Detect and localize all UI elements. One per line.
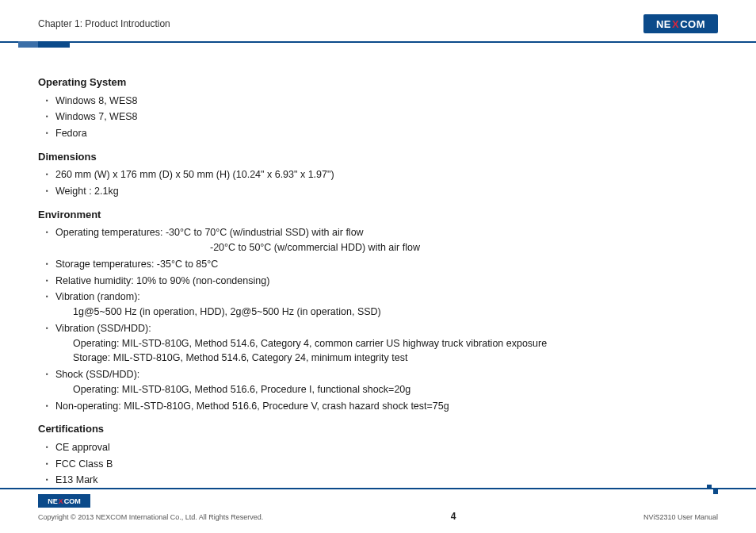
list-os: Windows 8, WES8 Windows 7, WES8 Fedora [38, 94, 718, 141]
list-item: Shock (SSD/HDD): Operating: MIL-STD-810G… [38, 367, 718, 397]
list-item: CE approval [38, 440, 718, 455]
logo-part1: NE [656, 18, 671, 30]
logo-part2: COM [680, 18, 705, 30]
heading-os: Operating System [38, 75, 718, 90]
footer-row: Copyright © 2013 NEXCOM International Co… [38, 511, 718, 522]
text: Vibration (SSD/HDD): [55, 323, 151, 334]
text: Vibration (random): [55, 291, 140, 302]
logo-part1: NE [48, 497, 58, 505]
content: Operating System Windows 8, WES8 Windows… [0, 43, 756, 502]
list-dimensions: 260 mm (W) x 176 mm (D) x 50 mm (H) (10.… [38, 167, 718, 199]
list-item: Non-operating: MIL-STD-810G, Method 516.… [38, 399, 718, 414]
text: 1g@5~500 Hz (in operation, HDD), 2g@5~50… [55, 305, 718, 320]
list-item: FCC Class B [38, 457, 718, 472]
manual-name: NViS2310 User Manual [643, 513, 718, 521]
text: Operating: MIL-STD-810G, Method 514.6, C… [55, 336, 718, 351]
page-number: 4 [451, 511, 456, 522]
logo: NEXCOM [643, 14, 718, 33]
heading-dimensions: Dimensions [38, 149, 718, 165]
header-accent-bar [38, 41, 70, 48]
list-item: Relative humidity: 10% to 90% (non-conde… [38, 274, 718, 289]
heading-environment: Environment [38, 207, 718, 223]
list-item: Windows 7, WES8 [38, 109, 718, 125]
page-footer: NEXCOM Copyright © 2013 NEXCOM Internati… [0, 488, 756, 533]
list-item: Fedora [38, 126, 718, 141]
list-item: Vibration (random): 1g@5~500 Hz (in oper… [38, 290, 718, 320]
text: Storage: MIL-STD-810G, Method 514.6, Cat… [55, 351, 718, 366]
footer-logo: NEXCOM [38, 494, 90, 508]
copyright-text: Copyright © 2013 NEXCOM International Co… [38, 513, 263, 521]
list-item: Vibration (SSD/HDD): Operating: MIL-STD-… [38, 321, 718, 366]
list-item: Windows 8, WES8 [38, 94, 718, 109]
list-cert: CE approval FCC Class B E13 Mark [38, 440, 718, 488]
list-item: 260 mm (W) x 176 mm (D) x 50 mm (H) (10.… [38, 167, 718, 182]
text: Operating: MIL-STD-810G, Method 516.6, P… [55, 382, 718, 397]
page-header: Chapter 1: Product Introduction NEXCOM [0, 0, 756, 43]
chapter-title: Chapter 1: Product Introduction [38, 18, 170, 29]
text: Operating temperatures: -30°C to 70°C (w… [55, 227, 364, 238]
text: -20°C to 50°C (w/commercial HDD) with ai… [55, 240, 718, 255]
list-item: Storage temperatures: -35°C to 85°C [38, 257, 718, 272]
logo-part2: COM [64, 497, 81, 505]
text: Shock (SSD/HDD): [55, 369, 139, 380]
logo-part-x: X [59, 497, 63, 505]
heading-cert: Certifications [38, 421, 718, 437]
list-item: E13 Mark [38, 473, 718, 488]
footer-accent-notch [707, 485, 718, 494]
list-item: Operating temperatures: -30°C to 70°C (w… [38, 225, 718, 255]
list-item: Weight : 2.1kg [38, 184, 718, 199]
logo-part-x: X [672, 18, 679, 30]
list-environment: Operating temperatures: -30°C to 70°C (w… [38, 225, 718, 413]
